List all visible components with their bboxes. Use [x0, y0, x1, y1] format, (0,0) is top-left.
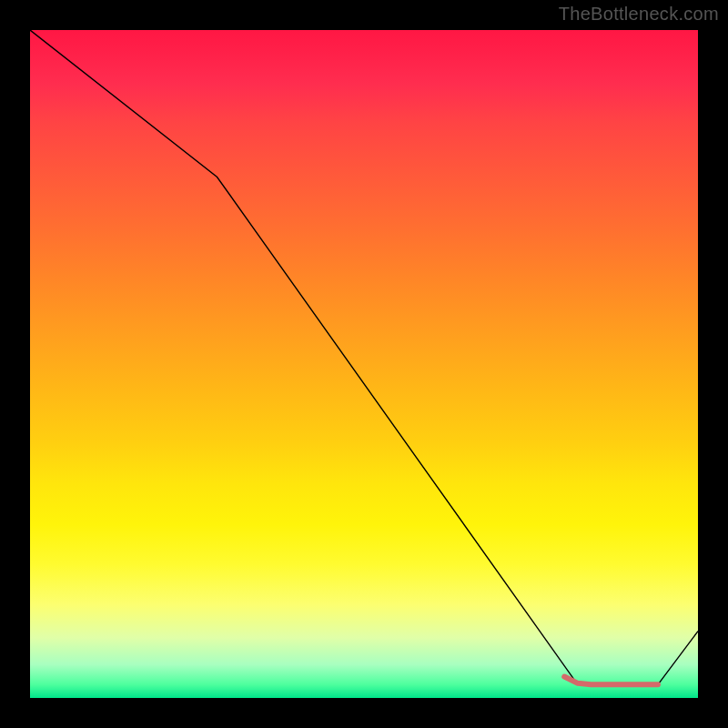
bottleneck-curve — [30, 30, 698, 684]
optimal-region-marker — [564, 677, 658, 685]
chart-overlay — [30, 30, 698, 698]
watermark-text: TheBottleneck.com — [559, 4, 719, 25]
